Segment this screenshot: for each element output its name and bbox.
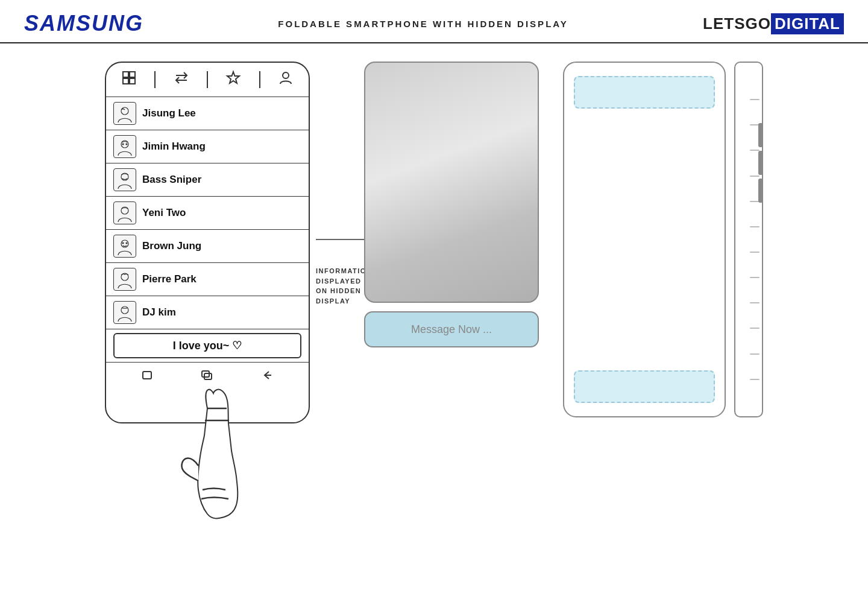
arrows-icon <box>174 70 189 89</box>
list-item: Pierre Park <box>106 263 309 296</box>
side-button <box>758 179 763 203</box>
svg-rect-1 <box>130 72 135 77</box>
svg-rect-0 <box>123 72 128 77</box>
grid-icon <box>121 70 137 89</box>
person-icon <box>278 70 294 89</box>
avatar <box>113 201 136 224</box>
square-nav-icon <box>141 369 154 384</box>
message-now-text: Message Now ... <box>411 323 492 336</box>
side-button <box>758 123 763 147</box>
side-line <box>750 379 760 380</box>
list-item: Bass Sniper <box>106 163 309 197</box>
side-view <box>734 62 763 417</box>
side-buttons <box>758 123 763 203</box>
letsgo-text: LETSGO <box>703 14 771 33</box>
avatar <box>113 135 136 158</box>
avatar <box>113 235 136 258</box>
contact-name: Jimin Hwang <box>142 141 206 153</box>
avatar <box>113 102 136 125</box>
phone-body: Jisung Lee Jimin Hwang <box>105 62 310 423</box>
recents-nav-icon <box>201 369 214 384</box>
side-line <box>750 99 760 100</box>
contact-name: Bass Sniper <box>142 174 201 186</box>
svg-point-8 <box>121 107 128 115</box>
list-item: Jimin Hwang <box>106 130 309 163</box>
back-view <box>563 62 726 417</box>
phone-diagram: Jisung Lee Jimin Hwang <box>105 55 340 423</box>
header: SAMSUNG FOLDABLE SMARTPHONE WITH HIDDEN … <box>0 0 868 43</box>
contact-name: Jisung Lee <box>142 107 196 119</box>
main-content: Jisung Lee Jimin Hwang <box>0 43 868 436</box>
hidden-display-phone <box>364 62 539 303</box>
svg-rect-3 <box>130 78 135 84</box>
svg-point-11 <box>126 144 127 145</box>
svg-rect-20 <box>143 372 151 379</box>
avatar <box>113 268 136 291</box>
phone-topbar <box>106 63 309 97</box>
divider-3 <box>259 71 260 88</box>
page-title: FOLDABLE SMARTPHONE WITH HIDDEN DISPLAY <box>278 19 568 29</box>
side-line <box>750 353 760 355</box>
hand-illustration <box>159 387 280 520</box>
svg-rect-2 <box>123 78 128 84</box>
avatar <box>113 168 136 191</box>
contact-name: Yeni Two <box>142 207 186 219</box>
svg-point-10 <box>122 144 124 145</box>
avatar <box>113 301 136 324</box>
contact-name: Brown Jung <box>142 240 201 252</box>
divider-2 <box>207 71 208 88</box>
divider-1 <box>154 71 156 88</box>
hidden-display-bar-top <box>574 76 715 109</box>
side-line <box>750 226 760 227</box>
star-icon <box>225 70 241 89</box>
svg-point-15 <box>122 242 124 244</box>
side-button <box>758 151 763 175</box>
list-item: Jisung Lee <box>106 97 309 130</box>
svg-point-7 <box>283 72 289 78</box>
phone-bottombar <box>106 362 309 390</box>
side-line <box>750 328 760 329</box>
digital-text: DIGITAL <box>771 13 844 34</box>
svg-point-16 <box>126 242 127 244</box>
svg-marker-6 <box>227 72 239 83</box>
list-item: Yeni Two <box>106 197 309 230</box>
letsgo-digital-logo: LETSGO DIGITAL <box>703 13 844 34</box>
list-item: Brown Jung <box>106 230 309 263</box>
side-line <box>750 277 760 278</box>
list-item: DJ kim <box>106 296 309 329</box>
hidden-display-bar-bottom <box>574 370 715 403</box>
side-line <box>750 252 760 253</box>
contact-list: Jisung Lee Jimin Hwang <box>106 97 309 329</box>
contact-name: DJ kim <box>142 306 176 319</box>
message-now-box: Message Now ... <box>364 311 539 347</box>
side-line <box>750 302 760 303</box>
right-section <box>563 62 763 417</box>
svg-point-18 <box>121 306 128 314</box>
contact-name: Pierre Park <box>142 273 197 285</box>
message-bar: I love you~ ♡ <box>113 333 301 358</box>
back-nav-icon <box>260 369 274 384</box>
samsung-logo: SAMSUNG <box>24 11 143 36</box>
